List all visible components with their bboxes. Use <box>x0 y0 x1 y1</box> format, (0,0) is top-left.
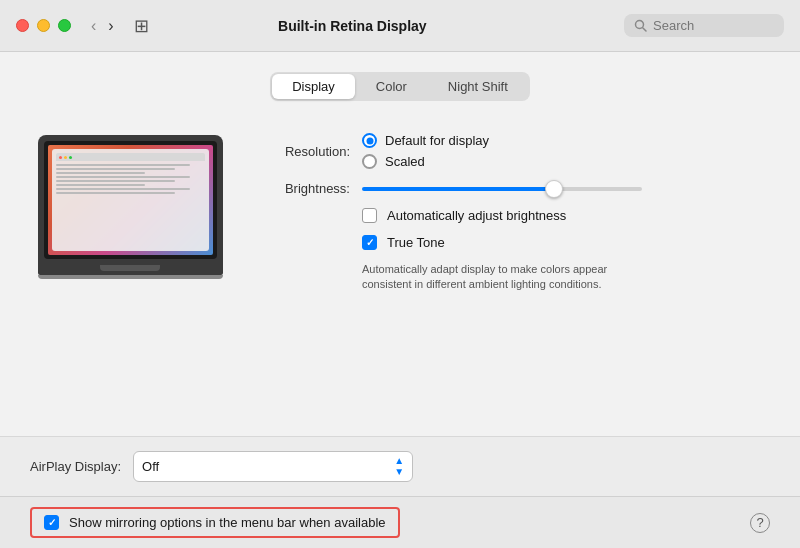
brightness-row: Brightness: <box>260 181 770 196</box>
radio-default-circle[interactable] <box>362 133 377 148</box>
radio-scaled[interactable]: Scaled <box>362 154 489 169</box>
help-button[interactable]: ? <box>750 513 770 533</box>
tab-display[interactable]: Display <box>272 74 355 99</box>
tab-night-shift[interactable]: Night Shift <box>428 74 528 99</box>
svg-line-1 <box>643 28 646 31</box>
airplay-row: AirPlay Display: Off ▲ ▼ <box>0 436 800 496</box>
laptop-preview <box>30 125 230 436</box>
grid-icon[interactable]: ⊞ <box>134 15 149 37</box>
airplay-label: AirPlay Display: <box>30 459 121 474</box>
airplay-select-value: Off <box>142 459 159 474</box>
tabs-row: Display Color Night Shift <box>30 72 770 101</box>
auto-brightness-row: Automatically adjust brightness <box>260 208 770 223</box>
window-title: Built-in Retina Display <box>161 18 544 34</box>
nav-arrows: ‹ › <box>87 15 118 37</box>
search-icon <box>634 19 647 32</box>
resolution-label: Resolution: <box>260 144 350 159</box>
true-tone-checkbox[interactable] <box>362 235 377 250</box>
select-arrows-icon: ▲ ▼ <box>394 456 404 477</box>
maximize-button[interactable] <box>58 19 71 32</box>
radio-scaled-label: Scaled <box>385 154 425 169</box>
close-button[interactable] <box>16 19 29 32</box>
auto-brightness-checkbox[interactable] <box>362 208 377 223</box>
brightness-slider[interactable] <box>362 187 642 191</box>
airplay-select[interactable]: Off ▲ ▼ <box>133 451 413 482</box>
true-tone-description: Automatically adapt display to make colo… <box>260 262 610 293</box>
titlebar: ‹ › ⊞ Built-in Retina Display <box>0 0 800 52</box>
settings-area: Resolution: Default for display Scaled B… <box>30 125 770 436</box>
minimize-button[interactable] <box>37 19 50 32</box>
mirroring-checkbox[interactable] <box>44 515 59 530</box>
tabs-container: Display Color Night Shift <box>270 72 530 101</box>
mirroring-label: Show mirroring options in the menu bar w… <box>69 515 386 530</box>
back-button[interactable]: ‹ <box>87 15 100 37</box>
radio-default-label: Default for display <box>385 133 489 148</box>
radio-default[interactable]: Default for display <box>362 133 489 148</box>
search-box[interactable] <box>624 14 784 37</box>
brightness-label: Brightness: <box>260 181 350 196</box>
radio-scaled-circle[interactable] <box>362 154 377 169</box>
svg-point-0 <box>636 21 644 29</box>
settings-controls: Resolution: Default for display Scaled B… <box>260 125 770 436</box>
true-tone-label: True Tone <box>387 235 445 250</box>
true-tone-row: True Tone <box>260 235 770 250</box>
content: Display Color Night Shift <box>0 52 800 436</box>
resolution-row: Resolution: Default for display Scaled <box>260 133 770 169</box>
forward-button[interactable]: › <box>104 15 117 37</box>
resolution-radio-group: Default for display Scaled <box>362 133 489 169</box>
traffic-lights <box>16 19 71 32</box>
laptop-image <box>38 135 223 279</box>
footer: Show mirroring options in the menu bar w… <box>0 496 800 548</box>
search-input[interactable] <box>653 18 774 33</box>
auto-brightness-label: Automatically adjust brightness <box>387 208 566 223</box>
mirroring-row: Show mirroring options in the menu bar w… <box>30 507 400 538</box>
tab-color[interactable]: Color <box>356 74 427 99</box>
